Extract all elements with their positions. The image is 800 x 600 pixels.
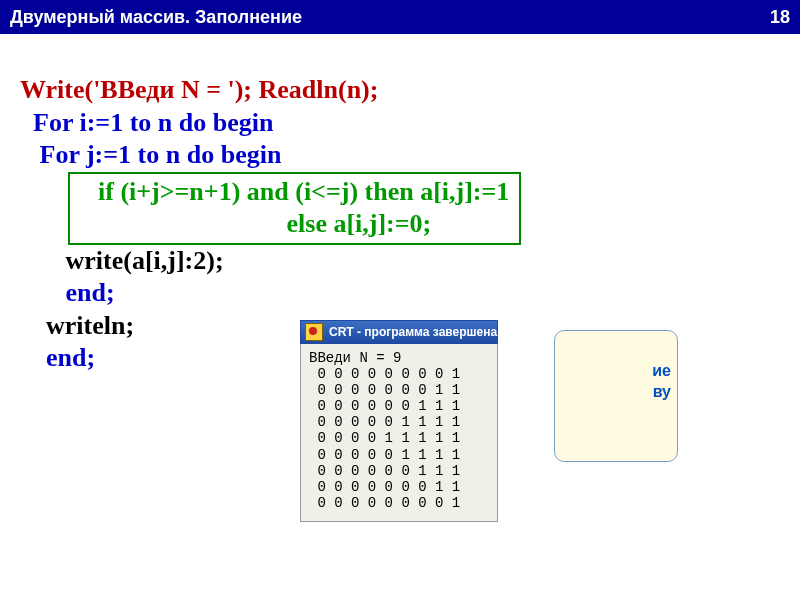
crt-row: 0 0 0 0 0 1 1 1 1 — [309, 447, 460, 463]
code-line-1: Write('ВВеди N = '); Readln(n); — [20, 74, 780, 107]
crt-row: 0 0 0 0 0 0 1 1 1 — [309, 398, 460, 414]
readln-call: Readln(n); — [259, 75, 379, 104]
crt-row: 0 0 0 0 0 0 0 0 1 — [309, 366, 460, 382]
crt-titlebar: CRT - программа завершена — [300, 320, 498, 344]
hint-line-2: ву — [591, 382, 671, 403]
slide-titlebar: Двумерный массив. Заполнение 18 — [0, 0, 800, 34]
slide-title: Двумерный массив. Заполнение — [10, 7, 302, 28]
crt-row: 0 0 0 0 0 0 0 0 1 — [309, 495, 460, 511]
write-call: Write('ВВеди N = '); — [20, 75, 259, 104]
write-a: write(a[i,j]:2); — [20, 245, 780, 278]
crt-row: 0 0 0 0 0 1 1 1 1 — [309, 414, 460, 430]
code-line-2: For i:=1 to n do begin — [20, 107, 780, 140]
crt-app-icon — [305, 323, 323, 341]
else-line: else a[i,j]:=0; — [72, 208, 509, 241]
slide-number: 18 — [770, 7, 790, 28]
crt-prompt-line: ВВеди N = 9 — [309, 350, 401, 366]
crt-title: CRT - программа завершена — [329, 325, 497, 339]
begin-1: begin — [213, 108, 274, 137]
crt-row: 0 0 0 0 0 0 0 1 1 — [309, 382, 460, 398]
crt-row: 0 0 0 0 0 0 0 1 1 — [309, 479, 460, 495]
crt-output: ВВеди N = 9 0 0 0 0 0 0 0 0 1 0 0 0 0 0 … — [300, 344, 498, 522]
highlighted-condition: if (i+j>=n+1) and (i<=j) then a[i,j]:=1 … — [68, 172, 521, 245]
crt-row: 0 0 0 0 1 1 1 1 1 — [309, 430, 460, 446]
for-i: For i:=1 to n do — [20, 108, 213, 137]
begin-2: begin — [221, 140, 282, 169]
crt-row: 0 0 0 0 0 0 1 1 1 — [309, 463, 460, 479]
for-j: For j:=1 to n do — [20, 140, 221, 169]
code-line-3: For j:=1 to n do begin — [20, 139, 780, 172]
crt-console-window: CRT - программа завершена ВВеди N = 9 0 … — [300, 320, 498, 522]
if-line: if (i+j>=n+1) and (i<=j) then a[i,j]:=1 — [72, 176, 509, 209]
end-inner: end; — [20, 277, 780, 310]
